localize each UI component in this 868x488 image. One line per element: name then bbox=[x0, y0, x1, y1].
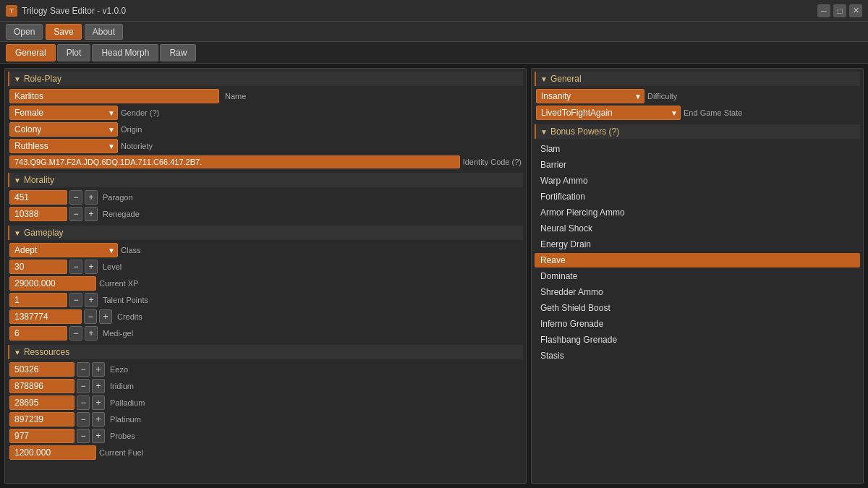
level-label: Level bbox=[103, 262, 122, 271]
bonus-power-item-barrier[interactable]: Barrier bbox=[535, 158, 860, 172]
class-select[interactable]: Adept bbox=[9, 243, 118, 257]
resources-arrow: ▼ bbox=[14, 348, 21, 356]
tab-plot[interactable]: Plot bbox=[57, 44, 91, 61]
platinum-increment-button[interactable]: + bbox=[92, 412, 105, 427]
end-game-state-row: LivedToFightAgain ▼ End Game State bbox=[535, 106, 860, 120]
iridium-decrement-button[interactable]: − bbox=[77, 379, 90, 393]
gender-select-wrapper: Female ▼ bbox=[9, 106, 118, 120]
iridium-row: 878896 − + Iridium bbox=[8, 379, 523, 393]
difficulty-select-wrapper: Insanity ▼ bbox=[536, 89, 644, 103]
bonus-power-item-neural-shock[interactable]: Neural Shock bbox=[535, 221, 860, 236]
credits-decrement-button[interactable]: − bbox=[84, 309, 97, 324]
tab-head-morph[interactable]: Head Morph bbox=[92, 44, 158, 61]
renegade-increment-button[interactable]: + bbox=[85, 207, 98, 221]
iridium-value: 878896 bbox=[9, 379, 75, 393]
medigel-decrement-button[interactable]: − bbox=[69, 326, 82, 341]
talent-points-value: 1 bbox=[9, 293, 67, 307]
end-game-state-label: End Game State bbox=[684, 108, 756, 117]
name-input[interactable] bbox=[9, 89, 219, 103]
palladium-value: 28695 bbox=[9, 395, 75, 410]
paragon-decrement-button[interactable]: − bbox=[69, 190, 82, 205]
origin-label: Origin bbox=[121, 125, 193, 134]
origin-select[interactable]: Colony bbox=[9, 122, 118, 137]
end-game-state-select[interactable]: LivedToFightAgain bbox=[536, 106, 681, 120]
tab-general[interactable]: General bbox=[6, 44, 56, 61]
tab-raw[interactable]: Raw bbox=[160, 44, 196, 61]
platinum-decrement-button[interactable]: − bbox=[77, 412, 90, 427]
gender-select[interactable]: Female bbox=[9, 106, 118, 120]
level-row: 30 − + Level bbox=[8, 260, 523, 274]
renegade-decrement-button[interactable]: − bbox=[69, 207, 82, 221]
probes-decrement-button[interactable]: − bbox=[77, 429, 90, 443]
palladium-increment-button[interactable]: + bbox=[92, 395, 105, 410]
bonus-power-item-armor-piercing-ammo[interactable]: Armor Piercing Ammo bbox=[535, 205, 860, 220]
morality-label: Morality bbox=[24, 175, 54, 185]
morality-header: ▼ Morality bbox=[8, 173, 523, 187]
bonus-power-item-reave[interactable]: Reave bbox=[535, 253, 860, 267]
name-row: Name bbox=[8, 89, 523, 103]
iridium-increment-button[interactable]: + bbox=[92, 379, 105, 393]
notoriety-select[interactable]: Ruthless bbox=[9, 139, 118, 153]
talent-points-label: Talent Points bbox=[103, 296, 148, 304]
menu-open-button[interactable]: Open bbox=[6, 24, 43, 40]
renegade-label: Renegade bbox=[103, 210, 140, 218]
bonus-power-item-inferno-grenade[interactable]: Inferno Grenade bbox=[535, 317, 860, 331]
bonus-power-item-geth-shield-boost[interactable]: Geth Shield Boost bbox=[535, 301, 860, 315]
talent-points-decrement-button[interactable]: − bbox=[69, 293, 82, 307]
bonus-power-item-dominate[interactable]: Dominate bbox=[535, 269, 860, 283]
identity-code-input[interactable] bbox=[9, 155, 460, 168]
right-general-header: ▼ General bbox=[535, 72, 860, 86]
bonus-power-item-shredder-ammo[interactable]: Shredder Ammo bbox=[535, 285, 860, 299]
eezo-decrement-button[interactable]: − bbox=[77, 362, 90, 377]
talent-points-increment-button[interactable]: + bbox=[85, 293, 98, 307]
right-general-label: General bbox=[550, 74, 582, 84]
eezo-row: 50326 − + Eezo bbox=[8, 362, 523, 377]
origin-select-wrapper: Colony ▼ bbox=[9, 122, 118, 137]
bonus-power-item-flashbang-grenade[interactable]: Flashbang Grenade bbox=[535, 333, 860, 347]
identity-row: Identity Code (?) bbox=[8, 155, 523, 168]
gameplay-section: ▼ Gameplay Adept ▼ Class 30 − + Level bbox=[8, 226, 523, 341]
bonus-power-item-fortification[interactable]: Fortification bbox=[535, 189, 860, 204]
origin-row: Colony ▼ Origin bbox=[8, 122, 523, 137]
bonus-power-item-stasis[interactable]: Stasis bbox=[535, 348, 860, 363]
paragon-row: 451 − + Paragon bbox=[8, 190, 523, 205]
difficulty-label: Difficulty bbox=[647, 92, 720, 100]
minimize-button[interactable]: ─ bbox=[817, 4, 830, 17]
platinum-label: Platinum bbox=[110, 415, 141, 424]
medigel-increment-button[interactable]: + bbox=[85, 326, 98, 341]
tab-bar: General Plot Head Morph Raw bbox=[0, 42, 868, 64]
right-general-section: ▼ General Insanity ▼ Difficulty LivedToF… bbox=[535, 72, 860, 120]
identity-label: Identity Code (?) bbox=[463, 158, 522, 166]
palladium-row: 28695 − + Palladium bbox=[8, 395, 523, 410]
bonus-power-item-warp-ammo[interactable]: Warp Ammo bbox=[535, 174, 860, 188]
difficulty-select[interactable]: Insanity bbox=[536, 89, 644, 103]
credits-increment-button[interactable]: + bbox=[99, 309, 112, 324]
paragon-increment-button[interactable]: + bbox=[85, 190, 98, 205]
bonus-power-item-energy-drain[interactable]: Energy Drain bbox=[535, 237, 860, 252]
maximize-button[interactable]: □ bbox=[833, 4, 846, 17]
menu-save-button[interactable]: Save bbox=[46, 24, 81, 40]
menu-about-button[interactable]: About bbox=[85, 24, 123, 40]
probes-increment-button[interactable]: + bbox=[92, 429, 105, 443]
level-increment-button[interactable]: + bbox=[85, 260, 98, 274]
credits-row: 1387774 − + Credits bbox=[8, 309, 523, 324]
bonus-power-item-slam[interactable]: Slam bbox=[535, 142, 860, 156]
gender-label: Gender (?) bbox=[121, 108, 193, 117]
current-fuel-label: Current Fuel bbox=[99, 448, 143, 457]
renegade-row: 10388 − + Renegade bbox=[8, 207, 523, 221]
role-play-label: Role-Play bbox=[24, 74, 61, 84]
notoriety-row: Ruthless ▼ Notoriety bbox=[8, 139, 523, 153]
palladium-decrement-button[interactable]: − bbox=[77, 395, 90, 410]
level-decrement-button[interactable]: − bbox=[69, 260, 82, 274]
platinum-row: 897239 − + Platinum bbox=[8, 412, 523, 427]
bonus-powers-arrow: ▼ bbox=[540, 128, 548, 136]
current-fuel-row: 1200.000 Current Fuel bbox=[8, 445, 523, 460]
bonus-powers-header: ▼ Bonus Powers (?) bbox=[535, 124, 860, 139]
eezo-increment-button[interactable]: + bbox=[92, 362, 105, 377]
notoriety-label: Notoriety bbox=[121, 142, 193, 150]
left-panel: ▼ Role-Play Name Female ▼ Gender (?) bbox=[4, 68, 527, 484]
class-label: Class bbox=[121, 246, 193, 254]
current-xp-label: Current XP bbox=[99, 279, 138, 288]
close-button[interactable]: ✕ bbox=[849, 4, 862, 17]
window-controls: ─ □ ✕ bbox=[817, 4, 862, 17]
